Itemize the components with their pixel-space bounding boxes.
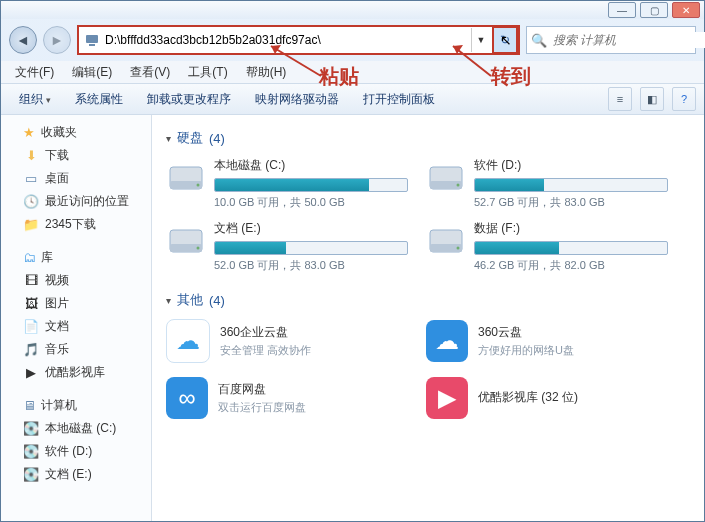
nav-back-button[interactable]: ◄ [9, 26, 37, 54]
section-drives-label: 硬盘 [177, 129, 203, 147]
menu-tools[interactable]: 工具(T) [180, 62, 235, 83]
sidebar-item-recent[interactable]: 🕓最近访问的位置 [1, 190, 151, 213]
sidebar-item-2345[interactable]: 📁2345下载 [1, 213, 151, 236]
app-name: 360云盘 [478, 324, 574, 341]
sidebar-item-videos[interactable]: 🎞视频 [1, 269, 151, 292]
drive-item[interactable]: 本地磁盘 (C:)10.0 GB 可用，共 50.0 GB [166, 157, 406, 210]
menu-help[interactable]: 帮助(H) [238, 62, 295, 83]
svg-point-8 [197, 184, 200, 187]
youku-icon: ▶ [23, 365, 39, 381]
drive-icon [166, 157, 206, 197]
sidebar-item-documents[interactable]: 📄文档 [1, 315, 151, 338]
sidebar-item-music[interactable]: 🎵音乐 [1, 338, 151, 361]
drive-icon [166, 220, 206, 260]
explorer-window: — ▢ ✕ ◄ ► ▼ ↻ ↖ 🔍 文件(F) 编辑(E) 查看(V) 工具(T… [0, 0, 705, 522]
recent-icon: 🕓 [23, 194, 39, 210]
preview-pane-button[interactable]: ◧ [640, 87, 664, 111]
app-desc: 双击运行百度网盘 [218, 400, 306, 415]
sidebar-libraries-label: 库 [41, 249, 53, 266]
sidebar-item-drive-d[interactable]: 💽软件 (D:) [1, 440, 151, 463]
sidebar-item-pictures[interactable]: 🖼图片 [1, 292, 151, 315]
drive-icon [426, 157, 466, 197]
section-drives-header[interactable]: ▾ 硬盘 (4) [166, 129, 690, 147]
sidebar-item-youku[interactable]: ▶优酷影视库 [1, 361, 151, 384]
drive-usage-bar [474, 178, 668, 192]
titlebar: — ▢ ✕ [1, 1, 704, 19]
computer-icon: 🖥 [21, 398, 37, 414]
sidebar-libraries-header[interactable]: 🗂 库 [1, 246, 151, 269]
drive-item[interactable]: 文档 (E:)52.0 GB 可用，共 83.0 GB [166, 220, 406, 273]
drive-item[interactable]: 软件 (D:)52.7 GB 可用，共 83.0 GB [426, 157, 666, 210]
drive-icon [426, 220, 466, 260]
system-properties-button[interactable]: 系统属性 [65, 87, 133, 112]
drive-icon: 💽 [23, 467, 39, 483]
video-icon: 🎞 [23, 273, 39, 289]
app-icon: ☁ [166, 319, 210, 363]
address-dropdown-button[interactable]: ▼ [471, 28, 490, 52]
library-icon: 🗂 [21, 250, 37, 266]
drive-item[interactable]: 数据 (F:)46.2 GB 可用，共 82.0 GB [426, 220, 666, 273]
open-control-panel-button[interactable]: 打开控制面板 [353, 87, 445, 112]
search-box[interactable]: 🔍 [526, 26, 696, 54]
app-name: 百度网盘 [218, 381, 306, 398]
organize-button[interactable]: 组织 [9, 87, 61, 112]
drive-name: 数据 (F:) [474, 220, 666, 237]
section-other-header[interactable]: ▾ 其他 (4) [166, 291, 690, 309]
sidebar-item-label: 最近访问的位置 [45, 193, 129, 210]
app-desc: 安全管理 高效协作 [220, 343, 311, 358]
app-icon: ▶ [426, 377, 468, 419]
section-other-label: 其他 [177, 291, 203, 309]
navigation-pane[interactable]: ★ 收藏夹 ⬇下载 ▭桌面 🕓最近访问的位置 📁2345下载 🗂 库 🎞视频 🖼… [1, 115, 152, 521]
drive-usage-bar [214, 241, 408, 255]
sidebar-computer-header[interactable]: 🖥 计算机 [1, 394, 151, 417]
menu-edit[interactable]: 编辑(E) [64, 62, 120, 83]
go-button[interactable]: ↻ ↖ [492, 26, 518, 54]
app-icon: ☁ [426, 320, 468, 362]
drive-usage-bar [214, 178, 408, 192]
other-item[interactable]: ∞百度网盘双击运行百度网盘 [166, 377, 406, 419]
minimize-button[interactable]: — [608, 2, 636, 18]
nav-forward-button[interactable]: ► [43, 26, 71, 54]
other-item[interactable]: ▶优酷影视库 (32 位) [426, 377, 666, 419]
section-drives-count: (4) [209, 131, 225, 146]
close-button[interactable]: ✕ [672, 2, 700, 18]
sidebar-computer-label: 计算机 [41, 397, 77, 414]
chevron-down-icon: ▾ [166, 295, 171, 306]
maximize-button[interactable]: ▢ [640, 2, 668, 18]
cursor-icon: ↖ [500, 32, 512, 48]
search-input[interactable] [551, 32, 705, 48]
sidebar-item-drive-c[interactable]: 💽本地磁盘 (C:) [1, 417, 151, 440]
address-input[interactable] [105, 29, 471, 51]
sidebar-item-desktop[interactable]: ▭桌面 [1, 167, 151, 190]
section-other-count: (4) [209, 293, 225, 308]
command-bar: 组织 系统属性 卸载或更改程序 映射网络驱动器 打开控制面板 ≡ ◧ ? [1, 84, 704, 115]
svg-point-11 [457, 184, 460, 187]
star-icon: ★ [21, 125, 37, 141]
drive-space-text: 10.0 GB 可用，共 50.0 GB [214, 195, 406, 210]
drive-name: 文档 (E:) [214, 220, 406, 237]
menu-file[interactable]: 文件(F) [7, 62, 62, 83]
desktop-icon: ▭ [23, 171, 39, 187]
address-bar[interactable]: ▼ ↻ ↖ [77, 25, 520, 55]
help-button[interactable]: ? [672, 87, 696, 111]
menu-view[interactable]: 查看(V) [122, 62, 178, 83]
body: ★ 收藏夹 ⬇下载 ▭桌面 🕓最近访问的位置 📁2345下载 🗂 库 🎞视频 🖼… [1, 115, 704, 521]
drive-space-text: 46.2 GB 可用，共 82.0 GB [474, 258, 666, 273]
app-icon: ∞ [166, 377, 208, 419]
others-list: ☁360企业云盘安全管理 高效协作☁360云盘方便好用的网络U盘∞百度网盘双击运… [166, 319, 690, 419]
sidebar-item-downloads[interactable]: ⬇下载 [1, 144, 151, 167]
sidebar-item-label: 视频 [45, 272, 69, 289]
view-mode-button[interactable]: ≡ [608, 87, 632, 111]
other-item[interactable]: ☁360企业云盘安全管理 高效协作 [166, 319, 406, 363]
uninstall-programs-button[interactable]: 卸载或更改程序 [137, 87, 241, 112]
sidebar-item-label: 优酷影视库 [45, 364, 105, 381]
map-network-drive-button[interactable]: 映射网络驱动器 [245, 87, 349, 112]
drive-name: 本地磁盘 (C:) [214, 157, 406, 174]
chevron-down-icon: ▾ [166, 133, 171, 144]
sidebar-item-drive-e[interactable]: 💽文档 (E:) [1, 463, 151, 486]
sidebar-favorites-header[interactable]: ★ 收藏夹 [1, 121, 151, 144]
sidebar-item-label: 文档 [45, 318, 69, 335]
download-icon: ⬇ [23, 148, 39, 164]
other-item[interactable]: ☁360云盘方便好用的网络U盘 [426, 319, 666, 363]
content-pane: ▾ 硬盘 (4) 本地磁盘 (C:)10.0 GB 可用，共 50.0 GB软件… [152, 115, 704, 521]
